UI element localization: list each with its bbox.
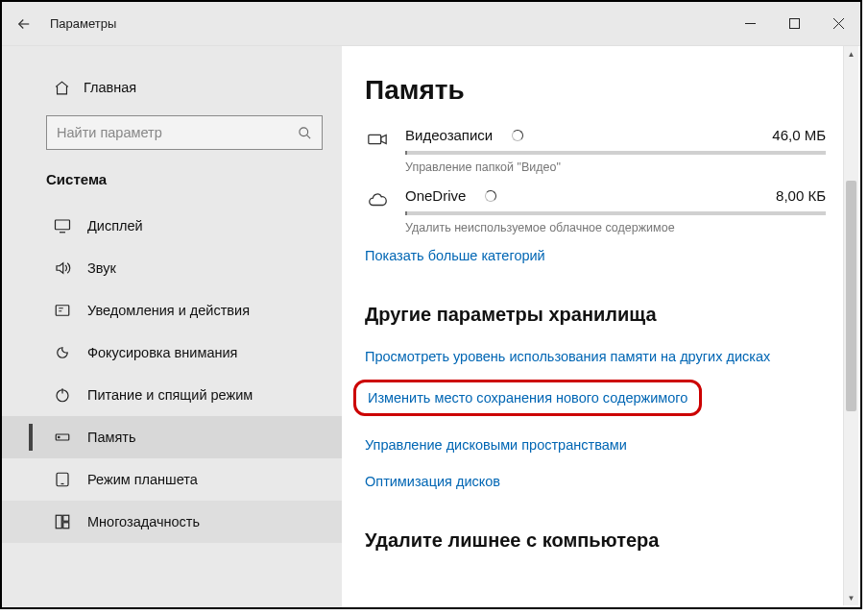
sidebar-item-label: Многозадачность [87, 514, 200, 529]
arrow-left-icon [15, 15, 33, 33]
loading-spinner-icon [512, 130, 523, 141]
category-size: 46,0 МБ [772, 127, 826, 143]
category-sub: Управление папкой "Видео" [405, 160, 826, 174]
maximize-button[interactable] [772, 2, 816, 46]
titlebar: Параметры [2, 2, 860, 46]
video-icon [365, 127, 390, 150]
sidebar-item-power[interactable]: Питание и спящий режим [2, 374, 342, 416]
home-link[interactable]: Главная [2, 75, 342, 113]
maximize-icon [789, 18, 800, 29]
back-button[interactable] [2, 15, 46, 33]
category-onedrive[interactable]: OneDrive 8,00 КБ Удалить неиспользуемое … [365, 187, 826, 234]
svg-rect-0 [745, 23, 756, 24]
sidebar-item-label: Уведомления и действия [87, 303, 250, 318]
multitasking-icon [53, 513, 72, 530]
highlight-annotation: Изменить место сохранения нового содержи… [353, 380, 702, 416]
svg-rect-1 [789, 19, 799, 29]
scrollbar-thumb[interactable] [846, 181, 856, 411]
sidebar: Главная Система Дисплей Звук [2, 46, 342, 607]
home-label: Главная [84, 80, 136, 95]
tablet-icon [53, 471, 72, 488]
sidebar-item-label: Дисплей [87, 218, 143, 234]
sidebar-nav: Дисплей Звук Уведомления и действия Фоку… [2, 205, 342, 543]
sidebar-item-tablet[interactable]: Режим планшета [2, 458, 342, 501]
sidebar-item-focus[interactable]: Фокусировка внимания [2, 332, 342, 374]
cleanup-heading: Удалите лишнее с компьютера [365, 529, 826, 552]
sidebar-item-notifications[interactable]: Уведомления и действия [2, 289, 342, 332]
search-icon [292, 126, 312, 140]
content: Память Видеозаписи 46,0 МБ Управление па… [342, 46, 860, 607]
link-storage-spaces[interactable]: Управление дисковыми пространствами [365, 437, 826, 453]
category-sub: Удалить неиспользуемое облачное содержим… [405, 221, 826, 234]
svg-rect-3 [56, 220, 70, 230]
sidebar-item-label: Питание и спящий режим [87, 387, 253, 403]
display-icon [53, 217, 72, 234]
sidebar-item-label: Звук [87, 260, 116, 276]
other-storage-heading: Другие параметры хранилища [365, 304, 826, 326]
sound-icon [53, 259, 72, 277]
minimize-icon [745, 18, 756, 29]
sidebar-item-display[interactable]: Дисплей [2, 205, 342, 247]
scroll-down-icon[interactable]: ▼ [844, 590, 858, 605]
svg-rect-9 [56, 515, 61, 529]
svg-rect-11 [63, 523, 69, 529]
usage-bar [405, 151, 826, 155]
minimize-button[interactable] [728, 2, 772, 46]
category-videos[interactable]: Видеозаписи 46,0 МБ Управление папкой "В… [365, 127, 826, 174]
storage-icon [53, 429, 72, 446]
sidebar-item-label: Режим планшета [87, 472, 198, 487]
sidebar-item-sound[interactable]: Звук [2, 247, 342, 289]
sidebar-item-multitasking[interactable]: Многозадачность [2, 501, 342, 543]
close-button[interactable] [816, 2, 860, 46]
usage-bar [405, 211, 826, 215]
sidebar-item-label: Память [87, 430, 136, 445]
category-name: OneDrive [405, 187, 466, 204]
category-size: 8,00 КБ [776, 187, 826, 204]
scrollbar[interactable]: ▲ ▼ [843, 46, 858, 605]
power-icon [53, 386, 72, 404]
svg-rect-4 [56, 306, 69, 316]
scroll-up-icon[interactable]: ▲ [844, 46, 858, 62]
focus-icon [53, 344, 72, 361]
link-other-disks[interactable]: Просмотреть уровень использования памяти… [365, 349, 826, 364]
svg-rect-12 [369, 135, 381, 143]
search-input[interactable] [57, 125, 292, 140]
link-optimize-drives[interactable]: Оптимизация дисков [365, 474, 826, 489]
link-change-save-location[interactable]: Изменить место сохранения нового содержи… [368, 390, 687, 406]
notifications-icon [53, 302, 72, 319]
cloud-icon [365, 187, 390, 210]
close-icon [833, 18, 844, 29]
svg-point-2 [300, 127, 308, 135]
svg-point-7 [59, 436, 60, 438]
sidebar-item-label: Фокусировка внимания [87, 345, 237, 360]
page-title: Память [365, 75, 826, 106]
app-title: Параметры [50, 16, 116, 31]
search-box[interactable] [46, 115, 323, 150]
loading-spinner-icon [485, 190, 496, 202]
sidebar-section-title: Система [2, 171, 342, 205]
show-more-link[interactable]: Показать больше категорий [365, 248, 826, 263]
sidebar-item-storage[interactable]: Память [2, 416, 342, 458]
home-icon [53, 79, 70, 96]
category-name: Видеозаписи [405, 127, 493, 143]
svg-rect-10 [63, 515, 69, 521]
